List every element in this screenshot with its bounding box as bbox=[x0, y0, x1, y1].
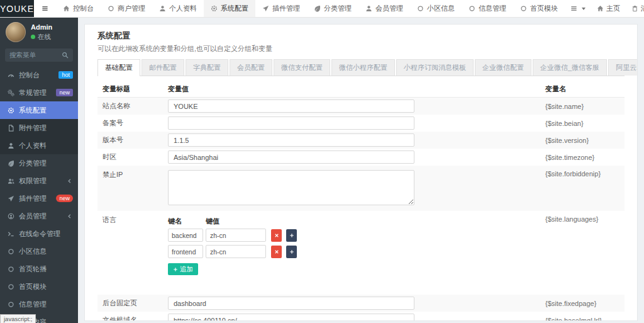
site-name-input[interactable] bbox=[168, 99, 414, 113]
circle-icon bbox=[108, 5, 114, 12]
topnav-system-config[interactable]: 系统配置 bbox=[204, 0, 255, 17]
topnav-merchant[interactable]: 商户管理 bbox=[101, 0, 152, 17]
paper-plane-icon bbox=[262, 5, 269, 12]
chevron-left-icon bbox=[66, 213, 73, 220]
col-header-title: 变量标题 bbox=[97, 81, 163, 97]
top-navbar: YOUKE 控制台 商户管理 个人资料 系统配置 插件管理 分类管理 会员管理 … bbox=[0, 0, 644, 18]
tab-aliyun-oss[interactable]: 阿里云对象存储 bbox=[608, 59, 638, 76]
sidebar-item-addons[interactable]: 插件管理new bbox=[0, 190, 78, 207]
menu-search-input[interactable]: 搜索菜单 bbox=[5, 48, 73, 62]
tab-wechat-pay-config[interactable]: 微信支付配置 bbox=[274, 59, 330, 76]
terminal-icon bbox=[8, 230, 14, 237]
sidebar-item-members[interactable]: 会员管理 bbox=[0, 207, 78, 225]
plus-icon bbox=[173, 267, 178, 272]
add-row-button[interactable] bbox=[286, 229, 297, 242]
sidebar-item-home-carousel[interactable]: 首页轮播 bbox=[0, 260, 78, 278]
circle-icon bbox=[8, 266, 14, 273]
fixed-page-input[interactable] bbox=[168, 297, 414, 310]
base-img-url-input[interactable] bbox=[168, 314, 414, 321]
circle-icon bbox=[8, 283, 14, 290]
col-header-value: 变量值 bbox=[163, 81, 540, 97]
plus-icon bbox=[289, 233, 294, 238]
topnav-info-manage[interactable]: 信息管理 bbox=[462, 0, 513, 17]
kv-row bbox=[168, 245, 535, 258]
language-key-input[interactable] bbox=[168, 229, 203, 242]
file-icon bbox=[8, 125, 14, 132]
tab-wechat-miniapp-config[interactable]: 微信小程序配置 bbox=[331, 59, 395, 76]
topnav-dashboard[interactable]: 控制台 bbox=[56, 0, 101, 17]
sidebar-user-panel: Admin 在线 bbox=[0, 18, 78, 45]
plus-icon bbox=[289, 249, 294, 254]
beian-input[interactable] bbox=[168, 116, 414, 130]
topnav-addons[interactable]: 插件管理 bbox=[255, 0, 307, 17]
sidebar-item-home-modules[interactable]: 首页模块 bbox=[0, 278, 78, 295]
x-icon bbox=[274, 249, 279, 254]
append-button[interactable]: 追加 bbox=[168, 263, 198, 275]
new-badge: new bbox=[56, 195, 73, 202]
tab-mail-config[interactable]: 邮件配置 bbox=[142, 59, 184, 76]
sidebar-item-system-config[interactable]: 系统配置 bbox=[0, 101, 78, 119]
brand-logo[interactable]: YOUKE bbox=[0, 0, 34, 18]
table-row: 站点名称 {$site.name} bbox=[97, 98, 625, 115]
topnav-members[interactable]: 会员管理 bbox=[358, 0, 410, 17]
sidebar-item-auth[interactable]: 权限管理 bbox=[0, 172, 78, 190]
delete-row-button[interactable] bbox=[271, 229, 282, 242]
hot-badge: hot bbox=[58, 71, 73, 79]
paper-plane-icon bbox=[8, 195, 14, 202]
trash-icon bbox=[631, 5, 638, 12]
sidebar-item-profile[interactable]: 个人资料 bbox=[0, 137, 78, 154]
sidebar-username: Admin bbox=[31, 23, 52, 31]
search-icon bbox=[62, 52, 69, 59]
language-key-input[interactable] bbox=[168, 245, 203, 258]
top-nav-tabs: 控制台 商户管理 个人资料 系统配置 插件管理 分类管理 会员管理 小区信息 信… bbox=[56, 0, 565, 17]
bars-icon bbox=[42, 5, 48, 12]
list-icon bbox=[570, 5, 577, 12]
sidebar-item-attachments[interactable]: 附件管理 bbox=[0, 119, 78, 137]
home-icon bbox=[63, 5, 70, 12]
tab-dictionary-config[interactable]: 字典配置 bbox=[186, 59, 228, 76]
clear-cache-button[interactable]: 清除缓存 bbox=[626, 4, 644, 13]
delete-row-button[interactable] bbox=[271, 246, 282, 258]
sidebar: Admin 在线 搜索菜单 控制台hot 常规管理new 系统配置 附件管理 个… bbox=[0, 18, 78, 323]
topnav-category[interactable]: 分类管理 bbox=[307, 0, 358, 17]
home-button[interactable]: 主页 bbox=[591, 4, 626, 13]
col-header-name: 变量名 bbox=[540, 81, 625, 97]
tab-wecom-customer-service[interactable]: 企业微信_微信客服 bbox=[533, 59, 607, 76]
add-row-button[interactable] bbox=[286, 246, 297, 258]
sidebar-toggle-button[interactable] bbox=[34, 0, 56, 17]
sidebar-item-info-manage[interactable]: 信息管理 bbox=[0, 295, 78, 313]
page-title: 系统配置 bbox=[97, 30, 625, 42]
table-row-language: 语言 键名 键值 bbox=[97, 211, 625, 295]
user-circle-icon bbox=[8, 213, 14, 220]
new-badge: new bbox=[56, 89, 73, 96]
tab-miniapp-subscribe-template[interactable]: 小程序订阅消息模板 bbox=[396, 59, 474, 76]
link-preview-statusbar: javascript:; bbox=[0, 314, 36, 323]
sidebar-item-command[interactable]: 在线命令管理 bbox=[0, 225, 78, 242]
table-row: 版本号 {$site.version} bbox=[97, 132, 625, 149]
forbidden-ip-textarea[interactable] bbox=[168, 170, 414, 205]
sidebar-item-category[interactable]: 分类管理 bbox=[0, 154, 78, 172]
topnav-home-modules[interactable]: 首页模块 bbox=[513, 0, 565, 17]
sidebar-item-general[interactable]: 常规管理new bbox=[0, 84, 78, 101]
topnav-profile[interactable]: 个人资料 bbox=[152, 0, 204, 17]
sidebar-item-community-info[interactable]: 小区信息 bbox=[0, 242, 78, 260]
tabs-list-dropdown[interactable] bbox=[565, 5, 591, 12]
table-row: 备案号 {$site.beian} bbox=[97, 115, 625, 132]
version-input[interactable] bbox=[168, 133, 414, 147]
avatar[interactable] bbox=[6, 22, 26, 42]
online-dot-icon bbox=[31, 35, 35, 39]
sidebar-item-dashboard[interactable]: 控制台hot bbox=[0, 66, 78, 84]
language-value-input[interactable] bbox=[206, 229, 266, 242]
tab-basic-config[interactable]: 基础配置 bbox=[97, 59, 140, 76]
topbar-right-tools: 主页 清除缓存 Admin bbox=[565, 0, 644, 17]
tab-wecom-config[interactable]: 企业微信配置 bbox=[475, 59, 531, 76]
gauge-icon bbox=[8, 72, 14, 79]
config-panel: 系统配置 可以在此增改系统的变量和分组,也可以自定义分组和变量 基础配置 邮件配… bbox=[84, 24, 638, 321]
language-value-input[interactable] bbox=[206, 245, 266, 258]
timezone-input[interactable] bbox=[168, 150, 414, 164]
gear-icon bbox=[8, 107, 14, 114]
tab-member-config[interactable]: 会员配置 bbox=[230, 59, 272, 76]
topnav-community-info[interactable]: 小区信息 bbox=[410, 0, 462, 17]
main-content: 系统配置 可以在此增改系统的变量和分组,也可以自定义分组和变量 基础配置 邮件配… bbox=[78, 18, 644, 323]
circle-icon bbox=[8, 301, 14, 308]
